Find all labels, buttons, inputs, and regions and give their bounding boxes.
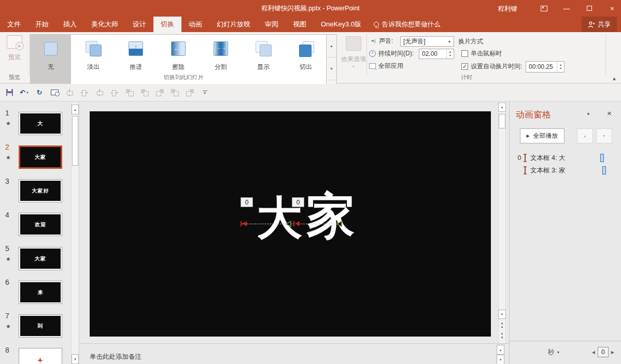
chevron-down-icon[interactable]: ▼ [445, 37, 454, 46]
share-label: 共享 [598, 20, 611, 29]
slide-thumbnail-7[interactable]: 到 [19, 314, 62, 338]
animation-star-icon[interactable]: ★ [6, 256, 11, 263]
motion-path-icon [523, 153, 527, 163]
motion-start-marker-icon[interactable] [240, 220, 247, 227]
zoom-in-icon[interactable]: ▶ [611, 350, 614, 355]
auto-advance-option[interactable]: ✓ 设置自动换片时间: [461, 62, 522, 71]
slide-thumbnail-8[interactable]: + [19, 348, 62, 364]
arrow-down-icon: ▼ [602, 134, 606, 138]
minimize-button[interactable]: — [558, 0, 575, 17]
account-name[interactable]: 程利键 [498, 5, 518, 13]
slide-canvas[interactable]: 0 0 大 家 [90, 111, 491, 337]
tab-transitions[interactable]: 切换 [153, 17, 181, 32]
animation-star-icon[interactable]: ★ [6, 120, 11, 127]
slide-thumbnail-1[interactable]: 大 [19, 112, 62, 135]
apply-all-button[interactable]: 全部应用 [369, 62, 403, 70]
auto-advance-label: 设置自动换片时间: [471, 62, 522, 71]
slide-thumbnail-5[interactable]: 大家 [19, 247, 62, 270]
scroll-up-icon[interactable]: ▲ [497, 345, 504, 355]
animation-star-icon[interactable]: ★ [6, 154, 11, 161]
spinner-icon[interactable]: ▲▼ [446, 49, 454, 59]
group-objects-icon [124, 88, 135, 98]
animation-pane-footer: 秒 ▼ ◀ 0 ▶ [510, 341, 621, 364]
qat-more-icon[interactable]: ▼ [200, 88, 210, 98]
motion-end-marker-icon[interactable] [285, 221, 292, 227]
sound-select[interactable]: [无声音] ▼ [400, 36, 454, 47]
editor-scrollbar[interactable]: ▲ ▼ ▲▲ ▼▼ [496, 101, 508, 343]
animation-item[interactable]: 0 文本框 4: 大 [516, 152, 617, 164]
timeline-bar[interactable] [600, 154, 604, 162]
checkbox-unchecked-icon[interactable] [461, 50, 468, 57]
notes-placeholder[interactable]: 单击此处添加备注 [90, 353, 142, 361]
scrollbar-thumb[interactable] [72, 116, 78, 166]
collapse-ribbon-icon[interactable]: ▲ [612, 76, 617, 81]
auto-advance-time-input[interactable]: 00:00.25 ▲▼ [526, 61, 564, 72]
slide-number: 3 [5, 177, 13, 185]
tab-home[interactable]: 开始 [28, 17, 56, 32]
chevron-down-icon[interactable]: ▼ [586, 112, 590, 117]
slide-editor: 0 0 大 家 [79, 101, 509, 343]
bring-to-front-icon [170, 88, 180, 98]
tab-view[interactable]: 视图 [286, 17, 314, 32]
seconds-dropdown[interactable]: 秒 ▼ [548, 348, 560, 357]
tab-review[interactable]: 审阅 [258, 17, 286, 32]
animation-star-icon[interactable]: ★ [6, 323, 11, 330]
scroll-up-icon[interactable]: ▲ [72, 105, 79, 114]
tab-onekey[interactable]: OneKey3.0版 [314, 17, 369, 32]
arrow-up-icon: ▲ [583, 134, 587, 138]
tab-animations[interactable]: 动画 [181, 17, 209, 32]
save-icon[interactable] [4, 88, 15, 98]
scrollbar-thumb[interactable] [499, 114, 505, 128]
maximize-icon [587, 6, 592, 11]
scroll-down-icon[interactable]: ▼ [498, 310, 506, 319]
transition-fade-icon [83, 41, 103, 57]
slide-thumbnail-6[interactable]: 来 [19, 281, 62, 304]
play-all-button[interactable]: ▶ 全部播放 [520, 128, 564, 143]
scroll-down-icon[interactable]: ▼ [72, 354, 79, 364]
tab-beautify-master[interactable]: 美化大师 [84, 17, 125, 32]
animation-pane-title: 动画窗格 [516, 109, 551, 121]
zoom-out-icon[interactable]: ◀ [592, 350, 595, 355]
sound-value: [无声音] [401, 37, 445, 46]
thumbnail-scrollbar[interactable]: ▲ ▼ [71, 103, 78, 364]
previous-slide-icon[interactable]: ▲▲ [498, 321, 506, 330]
undo-icon[interactable]: ↶▼ [19, 88, 30, 98]
tab-design[interactable]: 设计 [125, 17, 153, 32]
textbox-char-jia[interactable]: 家 [306, 192, 355, 240]
scrollbar-track[interactable] [498, 101, 506, 343]
slide-thumbnail-2-selected[interactable]: 大家 [19, 145, 62, 169]
tab-insert[interactable]: 插入 [56, 17, 84, 32]
scroll-up-icon[interactable]: ▲ [498, 103, 506, 112]
duration-row: 持续时间(D): [369, 49, 414, 58]
preview-button[interactable]: 预览 [2, 35, 27, 62]
tell-me-box[interactable]: 告诉我你想要做什么 [369, 17, 446, 32]
slide-thumbnail-4[interactable]: 欢迎 [19, 213, 62, 236]
redo-icon[interactable]: ↻ [34, 88, 45, 98]
timeline-bar[interactable] [602, 166, 606, 174]
scroll-down-icon[interactable]: ▼ [497, 355, 504, 364]
slide-thumbnail-3[interactable]: 大家好 [19, 179, 62, 202]
checkbox-checked-icon[interactable]: ✓ [461, 63, 468, 70]
sound-label: 声音: [379, 37, 393, 46]
notes-scrollbar[interactable]: ▲ ▼ [497, 344, 504, 364]
on-mouse-click-option[interactable]: 单击鼠标时 [461, 49, 502, 58]
share-button[interactable]: 共享 [582, 17, 617, 32]
spinner-icon[interactable]: ▲▼ [557, 62, 564, 72]
auto-advance-time-value: 00:00.25 [526, 63, 557, 70]
notes-area[interactable]: 单击此处添加备注 [79, 343, 509, 364]
start-slideshow-icon[interactable] [49, 88, 60, 98]
tab-slideshow[interactable]: 幻灯片放映 [209, 17, 258, 32]
group-label-timing: 计时 [368, 74, 565, 81]
animation-item[interactable]: 文本框 3: 家 [516, 165, 617, 176]
tab-file[interactable]: 文件 [0, 17, 28, 32]
ribbon-display-options-button[interactable] [535, 0, 553, 17]
maximize-button[interactable] [581, 0, 598, 17]
gallery-scroll-up-icon[interactable]: ▲ [327, 35, 336, 57]
next-slide-icon[interactable]: ▼▼ [498, 331, 506, 341]
textbox-char-da[interactable]: 大 [257, 195, 302, 241]
motion-start-marker-icon[interactable] [293, 220, 300, 227]
close-pane-icon[interactable]: × [607, 109, 612, 118]
duration-input[interactable]: 02.00 ▲▼ [419, 49, 454, 59]
motion-end-marker-icon[interactable] [336, 221, 343, 227]
close-button[interactable]: × [603, 0, 621, 17]
